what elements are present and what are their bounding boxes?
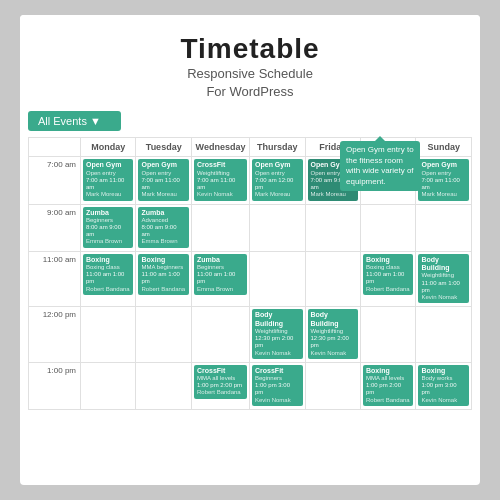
event-trainer: Mark Moreau bbox=[255, 191, 299, 198]
event-type: Boxing class bbox=[86, 264, 130, 271]
schedule-cell[interactable] bbox=[81, 362, 136, 409]
schedule-cell[interactable] bbox=[305, 251, 360, 307]
schedule-cell[interactable]: CrossFitMMA all levels1:00 pm 2:00 pmRob… bbox=[191, 362, 249, 409]
schedule-cell[interactable]: Body BuildingWeightlifting12:30 pm 2:00 … bbox=[250, 307, 305, 363]
event-time: 11:00 am 1:00 pm bbox=[141, 271, 185, 285]
schedule-cell[interactable]: Body BuildingWeightlifting11:00 am 1:00 … bbox=[416, 251, 472, 307]
event-block[interactable]: BoxingBoxing class11:00 am 1:00 pmRobert… bbox=[83, 254, 133, 295]
event-block[interactable]: Body BuildingWeightlifting12:30 pm 2:00 … bbox=[252, 309, 302, 359]
event-type: MMA all levels bbox=[197, 375, 244, 382]
event-name: Body Building bbox=[255, 311, 299, 328]
schedule-cell[interactable] bbox=[416, 307, 472, 363]
event-type: Boxing class bbox=[366, 264, 410, 271]
event-name: Body Building bbox=[311, 311, 355, 328]
event-name: Zumba bbox=[141, 209, 185, 217]
event-name: Zumba bbox=[86, 209, 130, 217]
schedule-cell[interactable] bbox=[305, 362, 360, 409]
schedule-cell[interactable]: CrossFitWeightlifting7:00 am 11:00 amKev… bbox=[191, 157, 249, 204]
schedule-cell[interactable] bbox=[250, 251, 305, 307]
time-cell: 7:00 am bbox=[29, 157, 81, 204]
schedule-cell[interactable]: Open GymOpen entry7:00 am 11:00 amMark M… bbox=[136, 157, 191, 204]
schedule-cell[interactable]: BoxingMMA beginners11:00 am 1:00 pmRober… bbox=[136, 251, 191, 307]
event-trainer: Emma Brown bbox=[141, 238, 185, 245]
page-header: Timetable Responsive ScheduleFor WordPre… bbox=[20, 15, 480, 111]
event-trainer: Robert Bandana bbox=[197, 389, 244, 396]
event-block[interactable]: CrossFitBeginners1:00 pm 3:00 pmKevin No… bbox=[252, 365, 302, 406]
schedule-cell[interactable]: CrossFitBeginners1:00 pm 3:00 pmKevin No… bbox=[250, 362, 305, 409]
event-time: 7:00 am 12:00 pm bbox=[255, 177, 299, 191]
event-block[interactable]: BoxingBoxing class11:00 am 1:00 pmRobert… bbox=[363, 254, 413, 295]
event-time: 12:30 pm 2:00 pm bbox=[255, 335, 299, 349]
event-name: CrossFit bbox=[255, 367, 299, 375]
event-block[interactable]: ZumbaBeginners11:00 am 1:00 pmEmma Brown bbox=[194, 254, 247, 295]
event-trainer: Emma Brown bbox=[197, 286, 244, 293]
event-trainer: Kevin Nomak bbox=[311, 350, 355, 357]
schedule-cell[interactable] bbox=[81, 307, 136, 363]
schedule-cell[interactable]: BoxingBoxing class11:00 am 1:00 pmRobert… bbox=[81, 251, 136, 307]
schedule-cell[interactable] bbox=[416, 204, 472, 251]
event-block[interactable]: Open GymOpen entry7:00 am 11:00 amMark M… bbox=[138, 159, 188, 200]
event-block[interactable]: ZumbaAdvanced8:00 am 9:00 amEmma Brown bbox=[138, 207, 188, 248]
main-card: Timetable Responsive ScheduleFor WordPre… bbox=[20, 15, 480, 485]
event-name: Boxing bbox=[86, 256, 130, 264]
table-row: 12:00 pmBody BuildingWeightlifting12:30 … bbox=[29, 307, 472, 363]
event-trainer: Kevin Nomak bbox=[255, 350, 299, 357]
event-block[interactable]: BoxingMMA beginners11:00 am 1:00 pmRober… bbox=[138, 254, 188, 295]
schedule-cell[interactable]: BoxingBody works1:00 pm 3:00 pmKevin Nom… bbox=[416, 362, 472, 409]
schedule-cell[interactable]: Open GymOpen entry7:00 am 11:00 amMark M… bbox=[416, 157, 472, 204]
col-wednesday: Wednesday bbox=[191, 138, 249, 157]
time-cell: 9:00 am bbox=[29, 204, 81, 251]
event-type: Open entry bbox=[141, 170, 185, 177]
event-name: Open Gym bbox=[255, 161, 299, 169]
schedule-cell[interactable]: Open GymOpen entry7:00 am 11:00 amMark M… bbox=[81, 157, 136, 204]
schedule-cell[interactable]: BoxingBoxing class11:00 am 1:00 pmRobert… bbox=[360, 251, 415, 307]
schedule-cell[interactable]: Body BuildingWeightlifting12:30 pm 2:00 … bbox=[305, 307, 360, 363]
event-trainer: Mark Moreau bbox=[86, 191, 130, 198]
event-block[interactable]: Open GymOpen entry7:00 am 12:00 pmMark M… bbox=[252, 159, 302, 200]
event-time: 7:00 am 11:00 am bbox=[421, 177, 466, 191]
schedule-cell[interactable] bbox=[250, 204, 305, 251]
event-time: 7:00 am 11:00 am bbox=[86, 177, 130, 191]
event-block[interactable]: Body BuildingWeightlifting11:00 am 1:00 … bbox=[418, 254, 469, 304]
schedule-cell[interactable]: Open GymOpen entry7:00 am 12:00 pmMark M… bbox=[250, 157, 305, 204]
tooltip-box: Open Gym entry to the fitness room with … bbox=[340, 141, 420, 191]
schedule-cell[interactable] bbox=[136, 307, 191, 363]
event-block[interactable]: BoxingMMA all levels1:00 pm 2:00 pmRober… bbox=[363, 365, 413, 406]
col-time bbox=[29, 138, 81, 157]
event-block[interactable]: CrossFitMMA all levels1:00 pm 2:00 pmRob… bbox=[194, 365, 247, 399]
event-block[interactable]: Open GymOpen entry7:00 am 11:00 amMark M… bbox=[83, 159, 133, 200]
event-time: 7:00 am 11:00 am bbox=[197, 177, 244, 191]
event-block[interactable]: Open GymOpen entry7:00 am 11:00 amMark M… bbox=[418, 159, 469, 200]
event-type: Open entry bbox=[255, 170, 299, 177]
time-cell: 12:00 pm bbox=[29, 307, 81, 363]
event-time: 1:00 pm 3:00 pm bbox=[255, 382, 299, 396]
event-type: Beginners bbox=[255, 375, 299, 382]
event-type: Weightlifting bbox=[421, 272, 466, 279]
event-type: Open entry bbox=[86, 170, 130, 177]
schedule-cell[interactable] bbox=[360, 204, 415, 251]
filter-dropdown[interactable]: All Events ▼ bbox=[28, 111, 121, 131]
event-trainer: Robert Bandana bbox=[366, 397, 410, 404]
event-name: CrossFit bbox=[197, 367, 244, 375]
schedule-cell[interactable]: ZumbaAdvanced8:00 am 9:00 amEmma Brown bbox=[136, 204, 191, 251]
schedule-cell[interactable]: BoxingMMA all levels1:00 pm 2:00 pmRober… bbox=[360, 362, 415, 409]
schedule-cell[interactable] bbox=[191, 307, 249, 363]
col-monday: Monday bbox=[81, 138, 136, 157]
event-type: Body works bbox=[421, 375, 466, 382]
event-block[interactable]: BoxingBody works1:00 pm 3:00 pmKevin Nom… bbox=[418, 365, 469, 406]
chevron-down-icon: ▼ bbox=[90, 115, 101, 127]
schedule-cell[interactable]: ZumbaBeginners11:00 am 1:00 pmEmma Brown bbox=[191, 251, 249, 307]
event-name: Boxing bbox=[141, 256, 185, 264]
schedule-cell[interactable] bbox=[305, 204, 360, 251]
schedule-cell[interactable] bbox=[136, 362, 191, 409]
schedule-cell[interactable] bbox=[191, 204, 249, 251]
event-block[interactable]: CrossFitWeightlifting7:00 am 11:00 amKev… bbox=[194, 159, 247, 200]
schedule-cell[interactable] bbox=[360, 307, 415, 363]
event-block[interactable]: ZumbaBeginners8:00 am 9:00 amEmma Brown bbox=[83, 207, 133, 248]
event-name: Boxing bbox=[366, 367, 410, 375]
event-block[interactable]: Body BuildingWeightlifting12:30 pm 2:00 … bbox=[308, 309, 358, 359]
schedule-cell[interactable]: ZumbaBeginners8:00 am 9:00 amEmma Brown bbox=[81, 204, 136, 251]
event-name: Open Gym bbox=[421, 161, 466, 169]
event-trainer: Kevin Nomak bbox=[255, 397, 299, 404]
event-time: 1:00 pm 2:00 pm bbox=[366, 382, 410, 396]
